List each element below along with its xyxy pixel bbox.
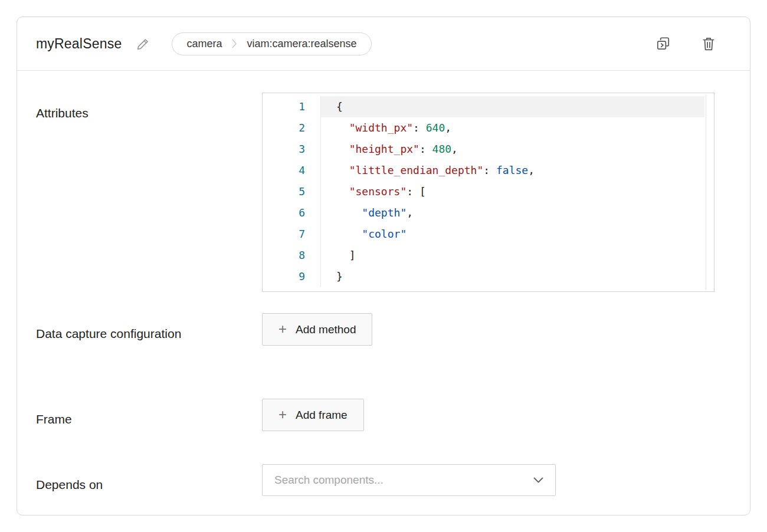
data-capture-label: Data capture configuration	[36, 313, 262, 346]
line-number: 4	[263, 160, 321, 181]
pencil-icon	[137, 38, 149, 50]
line-number: 2	[263, 117, 321, 139]
code-token: ,	[451, 143, 458, 155]
code-token: 480	[432, 143, 452, 155]
line-number: 9	[263, 266, 321, 287]
code-token: false	[496, 164, 528, 176]
code-token: 640	[426, 121, 445, 134]
line-number: 6	[263, 202, 321, 224]
code-line[interactable]: 1{	[263, 96, 714, 117]
code-token: {	[336, 100, 343, 113]
code-token: "little_endian_depth"	[349, 164, 484, 176]
code-line[interactable]: 2 "width_px": 640,	[263, 117, 714, 139]
add-method-button[interactable]: + Add method	[262, 313, 372, 346]
component-title: myRealSense	[36, 36, 122, 52]
attributes-label: Attributes	[36, 93, 262, 292]
line-number: 5	[263, 181, 321, 202]
depends-on-content: Search components...	[262, 464, 730, 497]
code-token: "width_px"	[349, 121, 413, 134]
code-line-content: "color"	[321, 224, 704, 245]
code-line-content: {	[321, 96, 704, 117]
line-number: 7	[263, 224, 321, 245]
code-line-content: ]	[321, 245, 704, 266]
code-token	[336, 164, 349, 176]
code-token	[336, 143, 349, 155]
code-token: :	[419, 143, 432, 155]
edit-name-button[interactable]	[135, 35, 152, 52]
code-line[interactable]: 6 "depth",	[263, 202, 714, 224]
breadcrumb: camera viam:camera:realsense	[172, 32, 371, 55]
card-header: myRealSense camera viam:camera:realsense	[17, 17, 750, 71]
code-line[interactable]: 8 ]	[263, 245, 714, 266]
plus-icon: +	[278, 408, 287, 422]
header-left: myRealSense camera viam:camera:realsense	[36, 32, 372, 55]
code-token: "sensors"	[349, 185, 407, 198]
trash-icon	[702, 36, 716, 51]
code-line-content: "height_px": 480,	[321, 139, 704, 160]
attributes-content: 1{2 "width_px": 640,3 "height_px": 480,4…	[262, 93, 730, 292]
select-placeholder: Search components...	[274, 474, 384, 487]
code-lines: 1{2 "width_px": 640,3 "height_px": 480,4…	[263, 96, 714, 287]
code-token: ,	[407, 206, 413, 219]
frame-content: + Add frame	[262, 399, 730, 431]
code-token	[336, 228, 362, 240]
add-frame-button[interactable]: + Add frame	[262, 399, 364, 431]
code-line-content: "depth",	[321, 202, 704, 224]
duplicate-icon	[655, 36, 671, 51]
code-token: ]	[336, 249, 356, 261]
code-token	[336, 185, 349, 198]
code-line-content: "sensors": [	[321, 181, 704, 202]
code-line[interactable]: 4 "little_endian_depth": false,	[263, 160, 714, 181]
code-token: ,	[528, 164, 535, 176]
plus-icon: +	[278, 322, 287, 336]
code-token	[336, 121, 349, 134]
code-line[interactable]: 5 "sensors": [	[263, 181, 714, 202]
depends-on-label: Depends on	[36, 464, 262, 497]
component-card: myRealSense camera viam:camera:realsense	[17, 17, 750, 515]
add-frame-label: Add frame	[296, 409, 348, 422]
line-number: 8	[263, 245, 321, 266]
code-token: : [	[407, 185, 426, 198]
code-token: :	[483, 164, 496, 176]
attributes-row: Attributes 1{2 "width_px": 640,3 "height…	[36, 93, 730, 292]
data-capture-content: + Add method	[262, 313, 730, 346]
depends-on-select[interactable]: Search components...	[262, 464, 556, 496]
code-token	[336, 206, 362, 219]
add-method-label: Add method	[296, 323, 356, 336]
header-actions	[653, 34, 718, 54]
attributes-code-editor[interactable]: 1{2 "width_px": 640,3 "height_px": 480,4…	[262, 93, 714, 292]
breadcrumb-type: camera	[186, 38, 222, 50]
line-number: 3	[263, 139, 321, 160]
code-line[interactable]: 9}	[263, 266, 714, 287]
frame-label: Frame	[36, 399, 262, 431]
chevron-down-icon	[533, 477, 543, 484]
line-number: 1	[263, 96, 321, 117]
depends-on-row: Depends on Search components...	[36, 464, 730, 497]
duplicate-button[interactable]	[653, 34, 673, 54]
code-line[interactable]: 3 "height_px": 480,	[263, 139, 714, 160]
code-line-content: "width_px": 640,	[321, 117, 704, 139]
breadcrumb-model: viam:camera:realsense	[247, 38, 356, 50]
code-token: :	[413, 121, 426, 134]
code-token: "depth"	[362, 206, 407, 219]
delete-button[interactable]	[699, 34, 718, 54]
code-line-content: }	[321, 266, 704, 287]
card-body: Attributes 1{2 "width_px": 640,3 "height…	[17, 71, 750, 497]
chevron-right-icon	[231, 38, 237, 50]
code-token: ,	[445, 121, 451, 134]
code-token: }	[336, 270, 343, 283]
code-token: "color"	[362, 228, 407, 240]
code-line[interactable]: 7 "color"	[263, 224, 714, 245]
data-capture-row: Data capture configuration + Add method	[36, 313, 730, 346]
code-line-content: "little_endian_depth": false,	[321, 160, 704, 181]
frame-row: Frame + Add frame	[36, 399, 730, 431]
code-token: "height_px"	[349, 143, 419, 155]
